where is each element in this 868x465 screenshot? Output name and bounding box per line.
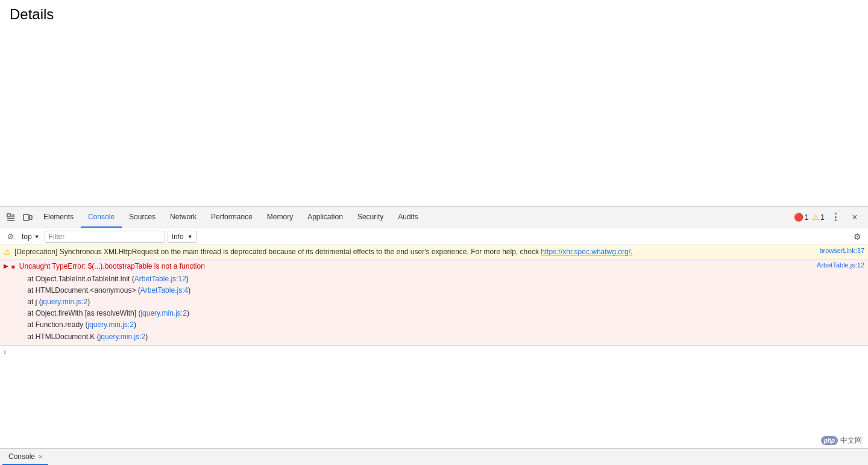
clear-console-button[interactable]: ⊘ [4, 230, 17, 243]
level-dropdown-arrow: ▼ [187, 234, 193, 240]
tab-sources[interactable]: Sources [122, 207, 163, 228]
svg-rect-0 [7, 214, 10, 217]
tab-elements[interactable]: Elements [36, 207, 81, 228]
stack-line-6: at HTMLDocument.K (jquery.min.js:2) [19, 331, 864, 343]
tab-console[interactable]: Console [81, 207, 122, 228]
bottom-tabbar: Console × [0, 448, 868, 465]
php-site-text: 中文网 [840, 435, 862, 446]
close-devtools-button[interactable]: × [846, 209, 863, 226]
tab-performance[interactable]: Performance [204, 207, 260, 228]
bottom-tab-console-label: Console [8, 452, 35, 461]
devtools-right: 🔴 1 ⚠ 1 ⋮ × [794, 209, 866, 226]
level-selector[interactable]: Info ▼ [168, 231, 197, 243]
php-logo: php [821, 436, 838, 445]
warning-count: 1 [820, 213, 825, 222]
stack-link-5[interactable]: jquery.min.js:2 [87, 320, 133, 329]
warning-triangle-icon: ⚠ [4, 248, 11, 257]
php-badge: php 中文网 [821, 435, 862, 446]
more-options-button[interactable]: ⋮ [827, 209, 844, 226]
console-continuation-row: › [0, 346, 868, 358]
stack-line-5: at Function.ready (jquery.min.js:2) [19, 319, 864, 331]
page-title: Details [10, 6, 858, 23]
error-count: 1 [805, 213, 809, 222]
tab-security[interactable]: Security [350, 207, 391, 228]
tab-audits[interactable]: Audits [391, 207, 425, 228]
devtools-tabs: Elements Console Sources Network Perform… [36, 207, 794, 228]
level-label: Info [172, 232, 184, 241]
continuation-arrow-icon: › [4, 348, 6, 356]
context-dropdown-arrow: ▼ [34, 234, 40, 240]
context-label: top [22, 232, 32, 241]
svg-rect-6 [30, 216, 32, 219]
gear-icon: ⚙ [854, 232, 861, 242]
context-selector[interactable]: top ▼ [19, 231, 42, 242]
console-settings-button[interactable]: ⚙ [850, 229, 864, 244]
warning-message-text: [Deprecation] Synchronous XMLHttpRequest… [14, 247, 814, 257]
clear-icon: ⊘ [7, 232, 14, 241]
error-message-text: Uncaught TypeError: $(...).bootstrapTabl… [19, 261, 812, 272]
error-stack-trace: at Object.TableInit.oTableInit.Init (Arb… [0, 273, 868, 345]
tab-memory[interactable]: Memory [260, 207, 300, 228]
tab-application[interactable]: Application [300, 207, 350, 228]
console-filter-input[interactable] [45, 231, 165, 243]
bottom-tab-console[interactable]: Console × [2, 449, 48, 465]
stack-link-3[interactable]: jquery.min.js:2 [42, 298, 87, 306]
devtools-topbar: Elements Console Sources Network Perform… [0, 207, 868, 228]
error-source-link[interactable]: ArbetTable.js:12 [817, 261, 864, 269]
console-message-warning: ⚠ [Deprecation] Synchronous XMLHttpReque… [0, 245, 868, 260]
error-message-header[interactable]: ▶ ● Uncaught TypeError: $(...).bootstrap… [0, 260, 868, 273]
error-expand-arrow: ▶ [4, 263, 8, 269]
warning-icon: ⚠ [812, 213, 819, 222]
warning-source-link[interactable]: browserLink:37 [819, 247, 864, 254]
stack-line-2: at HTMLDocument.<anonymous> (ArbetTable.… [19, 285, 864, 296]
console-message-error: ▶ ● Uncaught TypeError: $(...).bootstrap… [0, 260, 868, 346]
bottom-tab-close-button[interactable]: × [39, 453, 42, 460]
stack-link-4[interactable]: jquery.min.js:2 [140, 309, 186, 317]
stack-line-3: at j (jquery.min.js:2) [19, 296, 864, 308]
more-icon: ⋮ [831, 211, 840, 223]
stack-link-1[interactable]: ArbetTable.js:12 [134, 275, 186, 283]
error-count-group: 🔴 1 ⚠ 1 [794, 213, 825, 222]
devtools-panel: Elements Console Sources Network Perform… [0, 206, 868, 465]
inspect-element-button[interactable] [2, 209, 19, 226]
error-icon: 🔴 [794, 213, 804, 222]
error-circle-icon: ● [11, 262, 16, 271]
stack-link-6[interactable]: jquery.min.js:2 [99, 332, 145, 341]
stack-line-1: at Object.TableInit.oTableInit.Init (Arb… [19, 273, 864, 285]
tab-network[interactable]: Network [163, 207, 204, 228]
toggle-device-button[interactable] [19, 209, 36, 226]
xhr-spec-link[interactable]: https://xhr.spec.whatwg.org/. [541, 248, 632, 256]
main-content: Details [0, 0, 868, 205]
console-messages: ⚠ [Deprecation] Synchronous XMLHttpReque… [0, 245, 868, 449]
stack-line-4: at Object.fireWith [as resolveWith] (jqu… [19, 308, 864, 319]
close-icon: × [852, 212, 857, 223]
stack-link-2[interactable]: ArbetTable.js:4 [140, 286, 188, 295]
svg-rect-5 [24, 214, 29, 220]
console-toolbar: ⊘ top ▼ Info ▼ ⚙ [0, 228, 868, 245]
